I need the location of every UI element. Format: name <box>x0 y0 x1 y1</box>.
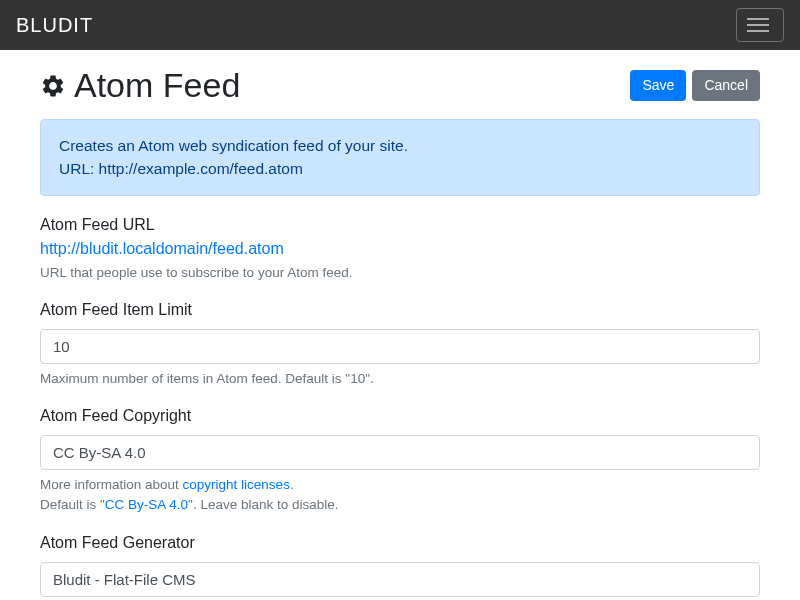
label-url: Atom Feed URL <box>40 216 760 234</box>
field-limit: Atom Feed Item Limit Maximum number of i… <box>40 301 760 389</box>
help-copyright: More information about copyright license… <box>40 475 760 516</box>
page-title: Atom Feed <box>40 66 240 105</box>
gear-icon <box>40 73 66 99</box>
page-header: Atom Feed Save Cancel <box>40 66 760 105</box>
actions: Save Cancel <box>630 70 760 102</box>
field-generator: Atom Feed Generator A string indicating … <box>40 534 760 601</box>
label-copyright: Atom Feed Copyright <box>40 407 760 425</box>
input-copyright[interactable] <box>40 435 760 470</box>
cancel-button[interactable]: Cancel <box>692 70 760 102</box>
input-generator[interactable] <box>40 562 760 597</box>
help-limit: Maximum number of items in Atom feed. De… <box>40 369 760 389</box>
copyright-licenses-link[interactable]: copyright licenses <box>183 477 290 492</box>
navbar: BLUDIT <box>0 0 800 50</box>
alert-line2: URL: http://example.com/feed.atom <box>59 157 741 180</box>
page-title-text: Atom Feed <box>74 66 240 105</box>
save-button[interactable]: Save <box>630 70 686 102</box>
info-alert: Creates an Atom web syndication feed of … <box>40 119 760 196</box>
alert-line1: Creates an Atom web syndication feed of … <box>59 134 741 157</box>
field-url: Atom Feed URL http://bludit.localdomain/… <box>40 216 760 283</box>
feed-url-link[interactable]: http://bludit.localdomain/feed.atom <box>40 240 284 257</box>
label-generator: Atom Feed Generator <box>40 534 760 552</box>
cc-by-sa-link[interactable]: CC By-SA 4.0 <box>105 497 188 512</box>
nav-toggle-button[interactable] <box>736 8 784 42</box>
help-url: URL that people use to subscribe to your… <box>40 263 760 283</box>
field-copyright: Atom Feed Copyright More information abo… <box>40 407 760 516</box>
label-limit: Atom Feed Item Limit <box>40 301 760 319</box>
brand[interactable]: BLUDIT <box>16 14 93 37</box>
input-limit[interactable] <box>40 329 760 364</box>
